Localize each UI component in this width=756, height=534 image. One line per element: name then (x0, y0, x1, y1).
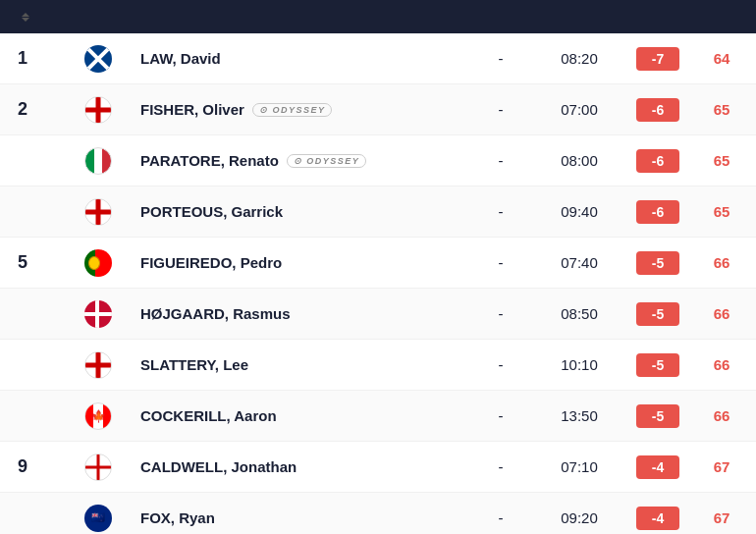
flag-england (84, 198, 112, 226)
player-score: -7 (619, 47, 697, 71)
player-score: -4 (619, 455, 697, 479)
table-row[interactable]: 9 CALDWELL, Jonathan - 07:10 -4 67 (0, 442, 756, 493)
player-list: 1 LAW, David - 08:20 -7 64 2 FISHER, Oli… (0, 33, 756, 534)
table-row[interactable]: 1 LAW, David - 08:20 -7 64 (0, 33, 756, 84)
player-r1: 65 (697, 152, 756, 169)
player-name: LAW, David (133, 50, 461, 67)
table-row[interactable]: PARATORE, Renato ⊙ ODYSSEY - 08:00 -6 65 (0, 135, 756, 187)
flag-nz: 🇳🇿 (84, 505, 112, 532)
player-name: PORTEOUS, Garrick (133, 203, 461, 220)
player-pos: 1 (0, 48, 54, 69)
player-name: FISHER, Oliver ⊙ ODYSSEY (133, 101, 461, 118)
table-row[interactable]: 2 FISHER, Oliver ⊙ ODYSSEY - 07:00 -6 65 (0, 84, 756, 135)
player-country: 🇳🇿 (54, 505, 133, 532)
player-country: 🍁 (54, 402, 133, 430)
player-country (54, 96, 133, 124)
player-pos: 5 (0, 252, 54, 273)
player-today: - (461, 203, 540, 220)
player-country (54, 198, 133, 226)
flag-england (84, 96, 112, 124)
player-score: -5 (619, 251, 697, 275)
flag-portugal (84, 249, 112, 277)
player-score: -4 (619, 507, 697, 530)
player-name: HØJGAARD, Rasmus (133, 305, 461, 322)
flag-canada: 🍁 (84, 402, 112, 430)
player-r1: 66 (697, 254, 756, 271)
player-r1: 65 (697, 203, 756, 220)
player-today: - (461, 458, 540, 475)
flag-italy (84, 147, 112, 175)
player-score: -5 (619, 302, 697, 326)
player-score: -5 (619, 404, 697, 428)
player-r1: 66 (697, 356, 756, 373)
player-hole: 13:50 (540, 407, 619, 424)
player-score: -6 (619, 200, 697, 224)
table-header (0, 0, 756, 33)
player-hole: 07:40 (540, 254, 619, 271)
odyssey-sponsor: ⊙ ODYSSEY (287, 154, 367, 168)
table-row[interactable]: 🇳🇿 FOX, Ryan - 09:20 -4 67 (0, 493, 756, 534)
player-name: PARATORE, Renato ⊙ ODYSSEY (133, 152, 461, 169)
table-row[interactable]: 🍁 COCKERILL, Aaron - 13:50 -5 66 (0, 391, 756, 442)
player-r1: 66 (697, 407, 756, 424)
player-today: - (461, 356, 540, 373)
player-country (54, 300, 133, 328)
player-hole: 08:50 (540, 305, 619, 322)
player-r1: 64 (697, 50, 756, 67)
player-r1: 67 (697, 458, 756, 475)
player-score: -5 (619, 353, 697, 377)
flag-nireland (84, 454, 112, 481)
player-today: - (461, 305, 540, 322)
player-today: - (461, 152, 540, 169)
player-name: FOX, Ryan (133, 509, 461, 526)
odyssey-sponsor: ⊙ ODYSSEY (252, 103, 333, 117)
player-country (54, 454, 133, 481)
player-r1: 65 (697, 101, 756, 118)
player-hole: 07:10 (540, 458, 619, 475)
player-score: -6 (619, 98, 697, 122)
flag-england (84, 351, 112, 379)
player-name: CALDWELL, Jonathan (133, 458, 461, 475)
player-today: - (461, 509, 540, 526)
header-pos (0, 10, 54, 24)
table-row[interactable]: SLATTERY, Lee - 10:10 -5 66 (0, 340, 756, 391)
player-country (54, 249, 133, 277)
player-country (54, 45, 133, 73)
player-pos: 9 (0, 456, 54, 477)
player-country (54, 351, 133, 379)
table-row[interactable]: 5 FIGUEIREDO, Pedro - 07:40 -5 66 (0, 238, 756, 289)
table-row[interactable]: PORTEOUS, Garrick - 09:40 -6 65 (0, 187, 756, 238)
leaderboard: 1 LAW, David - 08:20 -7 64 2 FISHER, Oli… (0, 0, 756, 534)
sort-arrows[interactable] (22, 13, 29, 22)
player-name: FIGUEIREDO, Pedro (133, 254, 461, 271)
player-r1: 66 (697, 305, 756, 322)
player-today: - (461, 50, 540, 67)
player-score: -6 (619, 149, 697, 173)
table-row[interactable]: HØJGAARD, Rasmus - 08:50 -5 66 (0, 289, 756, 340)
player-hole: 08:20 (540, 50, 619, 67)
player-hole: 08:00 (540, 152, 619, 169)
player-today: - (461, 101, 540, 118)
player-hole: 09:20 (540, 509, 619, 526)
player-country (54, 147, 133, 175)
player-today: - (461, 407, 540, 424)
player-today: - (461, 254, 540, 271)
player-r1: 67 (697, 509, 756, 526)
player-name: COCKERILL, Aaron (133, 407, 461, 424)
flag-denmark (84, 300, 112, 328)
flag-scotland (84, 45, 112, 73)
player-hole: 10:10 (540, 356, 619, 373)
player-name: SLATTERY, Lee (133, 356, 461, 373)
player-pos: 2 (0, 99, 54, 120)
player-hole: 09:40 (540, 203, 619, 220)
player-hole: 07:00 (540, 101, 619, 118)
